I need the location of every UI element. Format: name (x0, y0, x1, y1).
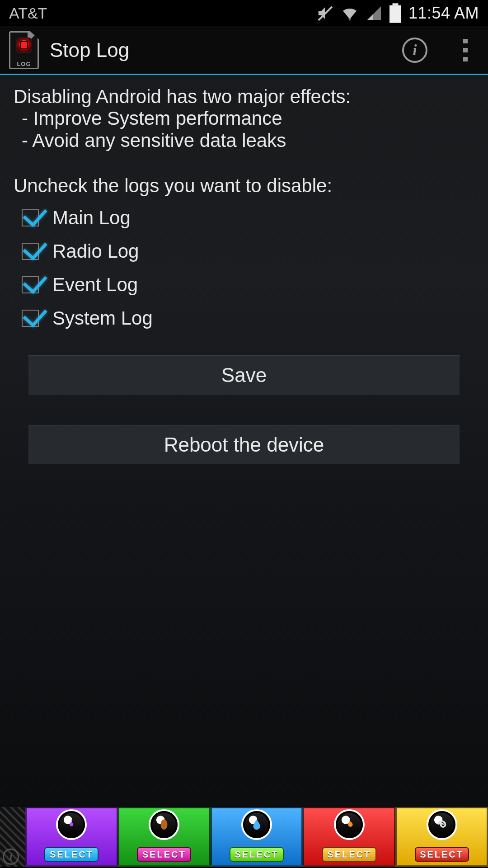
ad-tile-green[interactable]: SELECT (118, 807, 211, 867)
check-radio-log[interactable]: Radio Log (22, 235, 488, 268)
bullet-1: - Improve System performance (14, 108, 474, 129)
clock-label: 11:54 AM (408, 4, 479, 23)
check-label: Main Log (52, 207, 131, 229)
check-main-log[interactable]: Main Log (22, 201, 488, 235)
select-button[interactable]: SELECT (230, 847, 284, 862)
headline-text: Disabling Android has two major effects: (14, 86, 474, 108)
save-button[interactable]: Save (28, 355, 460, 396)
leaf-icon (150, 811, 178, 838)
svg-rect-1 (392, 3, 398, 5)
water-drop-icon (243, 811, 270, 838)
mute-icon (316, 5, 333, 22)
ad-tiles: SELECT SELECT SELECT SELECT SELECT (25, 807, 488, 867)
checkbox-radio-log[interactable] (22, 243, 39, 260)
checkbox-event-log[interactable] (22, 276, 39, 293)
ad-banner[interactable]: i SELECT SELECT SELECT SELECT (0, 807, 488, 867)
overflow-menu-icon[interactable] (460, 39, 471, 61)
app-icon[interactable]: LOG (8, 30, 40, 70)
ad-tile-purple[interactable]: SELECT (25, 807, 118, 867)
info-icon[interactable]: i (402, 38, 427, 63)
ad-tile-blue[interactable]: SELECT (211, 807, 303, 867)
flame-icon (58, 811, 85, 838)
bullet-2: - Avoid any sensitive data leaks (14, 130, 474, 151)
check-system-log[interactable]: System Log (22, 302, 488, 335)
select-button[interactable]: SELECT (415, 847, 469, 862)
select-button[interactable]: SELECT (322, 847, 376, 862)
instruction-text: Uncheck the logs you want to disable: (0, 151, 488, 197)
check-event-log[interactable]: Event Log (22, 268, 488, 302)
checklist: Main Log Radio Log Event Log System Log (0, 197, 488, 335)
fire-icon (336, 811, 363, 838)
ad-tile-red[interactable]: SELECT (303, 807, 395, 867)
reboot-button[interactable]: Reboot the device (28, 425, 460, 465)
checkbox-main-log[interactable] (22, 209, 39, 226)
checkbox-system-log[interactable] (22, 310, 39, 327)
wifi-icon (341, 4, 359, 22)
select-button[interactable]: SELECT (137, 847, 191, 862)
svg-rect-2 (389, 5, 401, 23)
check-label: Radio Log (52, 241, 139, 262)
carrier-label: AT&T (9, 5, 47, 22)
content-area: Disabling Android has two major effects:… (0, 75, 488, 807)
check-label: Event Log (52, 274, 138, 296)
check-label: System Log (52, 307, 153, 329)
status-icons: 11:54 AM (316, 3, 479, 23)
action-bar: LOG Stop Log i (0, 26, 488, 75)
page-title: Stop Log (50, 39, 392, 61)
svg-point-3 (161, 820, 168, 830)
signal-icon (366, 5, 382, 21)
status-bar: AT&T 11:54 AM (0, 0, 488, 26)
battery-icon (389, 3, 401, 23)
swirl-icon (428, 811, 455, 838)
select-button[interactable]: SELECT (44, 847, 99, 862)
ad-info-icon[interactable]: i (3, 849, 19, 865)
ad-tile-yellow[interactable]: SELECT (395, 807, 488, 867)
